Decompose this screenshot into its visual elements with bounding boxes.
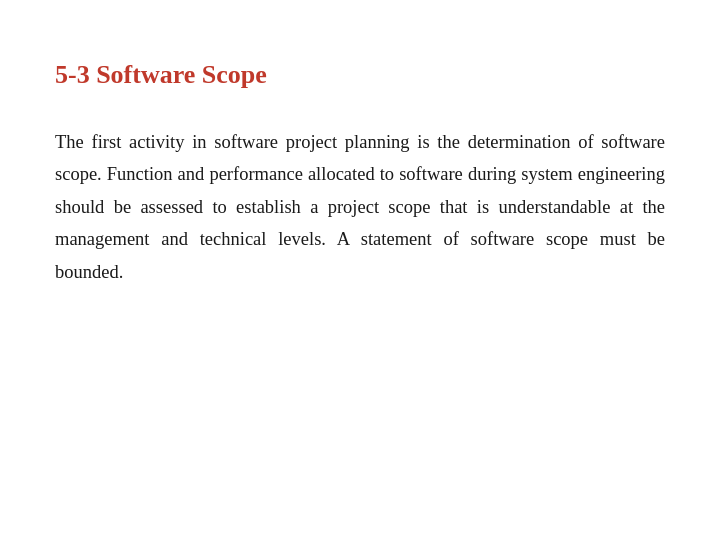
body-text: The first activity in software project p…	[55, 126, 665, 288]
section-title: 5-3 Software Scope	[55, 60, 665, 90]
page-container: 5-3 Software Scope The first activity in…	[0, 0, 720, 540]
